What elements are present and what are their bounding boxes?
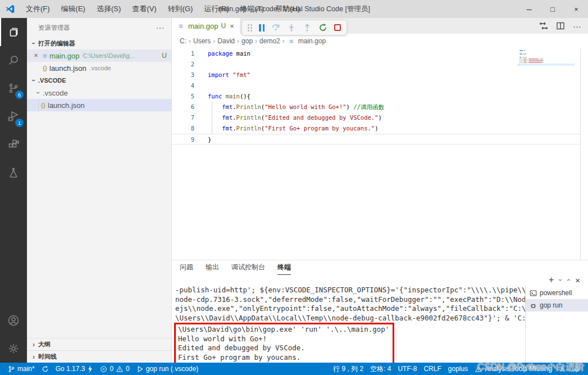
stop-button[interactable] (334, 24, 341, 31)
search-icon[interactable] (0, 46, 27, 74)
eol-item[interactable]: CRLF (420, 363, 444, 375)
tab-main-gop[interactable]: ≡ main.gop U × (172, 18, 240, 34)
step-over-button[interactable] (271, 23, 280, 32)
indentation-item[interactable]: 空格: 4 (367, 363, 394, 375)
maximize-panel-icon[interactable]: › (564, 279, 572, 281)
go-version-item[interactable]: Go 1.17.3 (52, 363, 97, 375)
minimap[interactable] (519, 50, 563, 65)
minimize-button[interactable]: ─ (517, 0, 541, 18)
menu-item-R[interactable]: 运行(R) (198, 0, 234, 18)
language-item[interactable]: goplus (445, 363, 471, 375)
code-line-3[interactable]: 3import "fmt" (172, 70, 588, 80)
menu-item-E[interactable]: 编辑(E) (56, 0, 91, 18)
menu-item-F[interactable]: 文件(F) (20, 0, 56, 18)
analysis-tools-item[interactable]: Analysis Tools Missing (471, 363, 555, 375)
source-control-icon[interactable]: 6 (0, 74, 27, 102)
close-button[interactable]: × (564, 0, 588, 18)
code-line-4[interactable]: 4 (172, 80, 588, 91)
open-editor-launch-json[interactable]: {} launch.json .vscode (27, 62, 171, 74)
chevron-right-icon: › (189, 37, 191, 45)
breadcrumb-item[interactable]: David (217, 37, 235, 45)
bell-icon (573, 365, 580, 373)
split-editor-icon[interactable] (556, 21, 565, 30)
panel-tab-输出[interactable]: 输出 (206, 260, 219, 275)
new-terminal-icon[interactable]: + (549, 275, 554, 285)
panel-tab-终端[interactable]: 终端 (277, 260, 291, 275)
minimap-line (519, 62, 563, 63)
notifications-item[interactable] (569, 363, 584, 375)
token (208, 103, 222, 110)
terminal-line: \Users\David\go\bin\gop.exe' 'run' '.\..… (178, 325, 390, 335)
go-file-icon: ≡ (176, 22, 185, 30)
pause-button[interactable] (259, 24, 265, 31)
more-actions-icon[interactable]: ··· (156, 23, 165, 32)
step-out-button[interactable] (303, 23, 312, 32)
feedback-item[interactable] (555, 363, 569, 375)
testing-icon[interactable] (0, 159, 27, 187)
sync-item[interactable] (38, 363, 52, 375)
token: (){ (240, 93, 250, 100)
terminal-dropdown-icon[interactable]: › (557, 279, 564, 281)
cursor-position-item[interactable]: 行 9 , 列 2 (330, 363, 367, 375)
explorer-icon[interactable] (0, 18, 27, 46)
breadcrumb-item[interactable]: gop (241, 37, 253, 45)
code-line-6[interactable]: 6 fmt.Println("Hello world with Go+!") /… (172, 102, 588, 112)
breadcrumb-item[interactable]: main.gop (298, 37, 326, 45)
indent-guide (212, 123, 212, 134)
account-icon[interactable] (0, 306, 27, 335)
more-actions-icon[interactable]: ··· (573, 21, 581, 31)
step-into-button[interactable] (287, 23, 296, 32)
code-line-8[interactable]: 8 fmt.Println("First Go+ program by youc… (172, 123, 588, 134)
encoding-item[interactable]: UTF-8 (394, 363, 420, 375)
close-panel-icon[interactable]: × (575, 275, 580, 285)
status-bar: main* Go 1.17.3 0 0 g (0, 363, 588, 375)
restart-button[interactable] (318, 23, 327, 32)
debug-run-icon (136, 365, 144, 373)
open-editors-section[interactable]: › 打开的编辑器 (27, 37, 171, 49)
breadcrumb-item[interactable]: Users (193, 37, 211, 45)
terminal-item-gop-run[interactable]: gop run (526, 299, 588, 311)
editor-scrollbar[interactable] (580, 48, 581, 260)
run-debug-icon[interactable]: 1 (0, 102, 27, 130)
panel-actions: + › › × (549, 275, 588, 285)
menu-item-H[interactable]: 帮助(H) (270, 0, 306, 18)
terminal-item-powershell[interactable]: powershell (526, 287, 588, 299)
panel-tab-问题[interactable]: 问题 (180, 260, 193, 275)
menu-item-T[interactable]: 终端(T) (234, 0, 270, 18)
outline-section[interactable]: › 大纲 (27, 338, 171, 350)
drag-handle-icon[interactable] (248, 24, 252, 31)
git-status-badge: U (162, 52, 167, 60)
folder-name: .vscode (43, 89, 68, 97)
panel-tab-调试控制台[interactable]: 调试控制台 (231, 260, 265, 275)
timeline-section[interactable]: › 时间线 (27, 350, 171, 363)
token: func (208, 93, 222, 100)
git-branch-item[interactable]: main* (4, 363, 38, 375)
code-line-5[interactable]: 5func main(){ (172, 91, 588, 102)
code-line-9[interactable]: 9} (172, 134, 580, 144)
settings-gear-icon[interactable] (0, 335, 27, 363)
close-icon[interactable]: × (31, 52, 40, 60)
terminal-output[interactable]: -publish-uid=http'; ${env:VSCODE_INSPECT… (172, 285, 525, 363)
close-icon[interactable]: × (229, 22, 235, 30)
maximize-button[interactable]: □ (541, 0, 564, 18)
debug-toolbar (241, 20, 347, 35)
code-editor[interactable]: 1package main23import "fmt"45func main()… (172, 48, 588, 260)
terminal-line: First Go+ program by youcans. (178, 353, 390, 363)
menu-item-V[interactable]: 查看(V) (126, 0, 162, 18)
extensions-icon[interactable] (0, 130, 27, 159)
tree-item-launch-json[interactable]: {} launch.json (27, 99, 171, 111)
workspace-section[interactable]: › .VSCODE (27, 74, 171, 87)
menu-item-G[interactable]: 转到(G) (162, 0, 199, 18)
line-number: 5 (172, 91, 208, 102)
token: import (208, 71, 229, 78)
menu-item-S[interactable]: 选择(S) (91, 0, 126, 18)
open-editor-main-gop[interactable]: × ≡ main.gop C:\Users\David\g... U (27, 49, 171, 62)
open-changes-icon[interactable] (539, 21, 548, 30)
debug-task-item[interactable]: gop run (.vscode) (133, 363, 202, 375)
code-line-7[interactable]: 7 fmt.Println("Edited and debugged by VS… (172, 112, 588, 123)
breadcrumb-item[interactable]: C: (180, 37, 186, 45)
folder-vscode[interactable]: › .vscode (27, 87, 171, 99)
problems-item[interactable]: 0 0 (97, 363, 133, 375)
task-label: gop run (.vscode) (146, 365, 198, 373)
breadcrumb-item[interactable]: demo2 (259, 37, 280, 45)
